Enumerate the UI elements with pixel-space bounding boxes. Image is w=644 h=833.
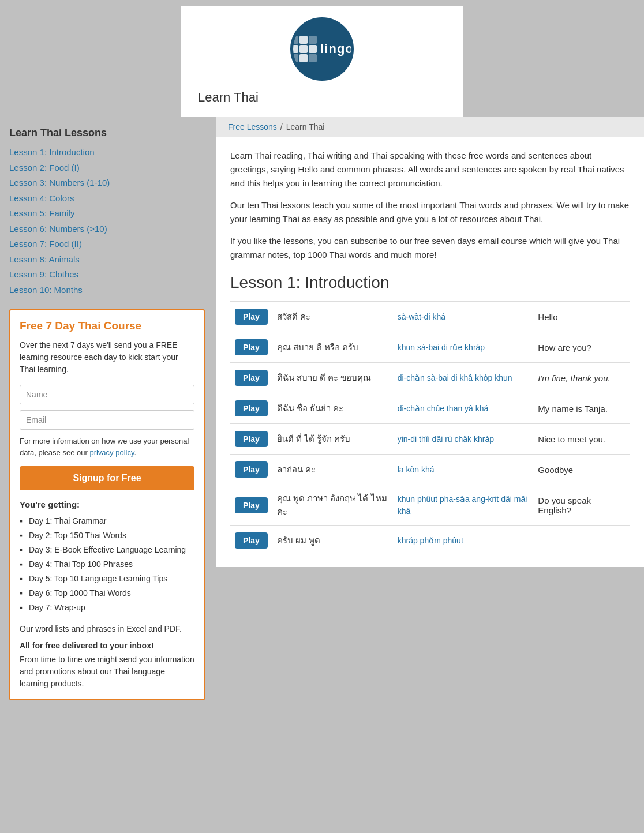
sidebar-lesson-7[interactable]: Lesson 7: Food (II)	[9, 238, 205, 251]
english-8	[533, 526, 630, 556]
english-5: Nice to meet you.	[533, 424, 630, 455]
play-button-4[interactable]: Play	[235, 400, 268, 416]
sidebar-lesson-2[interactable]: Lesson 2: Food (I)	[9, 162, 205, 175]
romanize-5: yin-di thîi dâi rú châk khráp	[393, 424, 534, 455]
sidebar-lesson-5[interactable]: Lesson 5: Family	[9, 207, 205, 220]
sidebar-lesson-1[interactable]: Lesson 1: Introduction	[9, 146, 205, 159]
lesson-heading: Lesson 1: Introduction	[230, 273, 630, 292]
play-cell-7: Play	[230, 485, 272, 526]
thai-4: ดิฉัน ชื่อ ธันย่า คะ	[272, 393, 393, 424]
main-layout: Learn Thai Lessons Lesson 1: Introductio…	[0, 117, 644, 700]
phrase-row-2: Play คุณ สบาย ดี หรือ ครับ khun sà-bai d…	[230, 332, 630, 363]
privacy-policy-link[interactable]: privacy policy	[89, 448, 134, 457]
phrase-row-4: Play ดิฉัน ชื่อ ธันย่า คะ di-chǎn chûe t…	[230, 393, 630, 424]
english-4: My name is Tanja.	[533, 393, 630, 424]
header-title: Learn Thai	[198, 90, 259, 105]
sidebar-lesson-3[interactable]: Lesson 3: Numbers (1-10)	[9, 177, 205, 190]
thai-8: ครับ ผม พูด	[272, 526, 393, 556]
phrase-row-1: Play สวัสดี คะ sà-wàt-di khá Hello	[230, 302, 630, 332]
english-2: How are you?	[533, 332, 630, 363]
intro-para-2: Our ten Thai lessons teach you some of t…	[230, 198, 630, 226]
play-button-6[interactable]: Play	[235, 461, 268, 478]
email-input[interactable]	[20, 410, 194, 430]
logo-inner: lingo	[290, 36, 354, 62]
play-button-1[interactable]: Play	[235, 309, 268, 325]
thai-3: ดิฉัน สบาย ดี คะ ขอบคุณ	[272, 363, 393, 393]
logo: lingo	[290, 17, 354, 81]
logo-text: lingo	[320, 42, 354, 57]
romanize-6: la kòn khá	[393, 455, 534, 485]
english-1: Hello	[533, 302, 630, 332]
phrase-row-5: Play ยินดี ที่ ได้ รู้จัก ครับ yin-di th…	[230, 424, 630, 455]
breadcrumb-current: Learn Thai	[286, 122, 325, 132]
sidebar-lessons: Lesson 1: Introduction Lesson 2: Food (I…	[9, 146, 205, 297]
romanize-1: sà-wàt-di khá	[393, 302, 534, 332]
play-button-2[interactable]: Play	[235, 339, 268, 355]
getting-item-5: Day 5: Top 10 Language Learning Tips	[20, 572, 194, 586]
free-course-desc: Over the next 7 days we'll send you a FR…	[20, 339, 194, 376]
english-3: I'm fine, thank you.	[533, 363, 630, 393]
play-button-7[interactable]: Play	[235, 497, 268, 513]
content-body: Learn Thai reading, Thai writing and Tha…	[216, 137, 644, 567]
sidebar-title: Learn Thai Lessons	[9, 127, 205, 139]
name-input[interactable]	[20, 385, 194, 404]
english-6: Goodbye	[533, 455, 630, 485]
play-cell-4: Play	[230, 393, 272, 424]
phrase-row-8: Play ครับ ผม พูด khráp phǒm phûut	[230, 526, 630, 556]
getting-item-3: Day 3: E-Book Effective Language Learnin…	[20, 543, 194, 557]
romanize-7: khun phûut pha-sǎa ang-krit dâi mâi khâ	[393, 485, 534, 526]
sidebar-lesson-6[interactable]: Lesson 6: Numbers (>10)	[9, 223, 205, 236]
romanize-4: di-chǎn chûe than yâ khá	[393, 393, 534, 424]
intro-para-1: Learn Thai reading, Thai writing and Tha…	[230, 149, 630, 190]
main-content: Free Lessons / Learn Thai Learn Thai rea…	[216, 117, 644, 700]
romanize-3: di-chǎn sà-bai di khâ khòp khun	[393, 363, 534, 393]
getting-item-2: Day 2: Top 150 Thai Words	[20, 528, 194, 543]
play-cell-2: Play	[230, 332, 272, 363]
romanize-2: khun sà-bai di rǔe khráp	[393, 332, 534, 363]
play-cell-1: Play	[230, 302, 272, 332]
intro-para-3: If you like the lessons, you can subscri…	[230, 234, 630, 262]
play-cell-5: Play	[230, 424, 272, 455]
getting-item-1: Day 1: Thai Grammar	[20, 514, 194, 528]
thai-5: ยินดี ที่ ได้ รู้จัก ครับ	[272, 424, 393, 455]
play-button-8[interactable]: Play	[235, 532, 268, 549]
play-cell-8: Play	[230, 526, 272, 556]
getting-list: Day 1: Thai Grammar Day 2: Top 150 Thai …	[20, 514, 194, 615]
getting-item-6: Day 6: Top 1000 Thai Words	[20, 586, 194, 601]
free-course-title: Free 7 Day Thai Course	[20, 320, 194, 332]
play-cell-6: Play	[230, 455, 272, 485]
phrase-row-6: Play ลาก่อน คะ la kòn khá Goodbye	[230, 455, 630, 485]
header: lingo Learn Thai	[0, 0, 644, 117]
sidebar-lesson-9[interactable]: Lesson 9: Clothes	[9, 268, 205, 282]
phrase-row-7: Play คุณ พูด ภาษา อังกฤษ ได้ ไหม คะ khun…	[230, 485, 630, 526]
getting-item-4: Day 4: Thai Top 100 Phrases	[20, 557, 194, 572]
phrase-table: Play สวัสดี คะ sà-wàt-di khá Hello Play …	[230, 301, 630, 556]
signup-button[interactable]: Signup for Free	[20, 466, 194, 490]
getting-title: You're getting:	[20, 500, 194, 509]
sidebar-lesson-10[interactable]: Lesson 10: Months	[9, 284, 205, 297]
thai-7: คุณ พูด ภาษา อังกฤษ ได้ ไหม คะ	[272, 485, 393, 526]
play-cell-3: Play	[230, 363, 272, 393]
header-card: lingo Learn Thai	[181, 6, 463, 117]
sidebar-lesson-8[interactable]: Lesson 8: Animals	[9, 253, 205, 267]
sidebar: Learn Thai Lessons Lesson 1: Introductio…	[0, 117, 216, 700]
phrase-row-3: Play ดิฉัน สบาย ดี คะ ขอบคุณ di-chǎn sà-…	[230, 363, 630, 393]
logo-grid-icon	[290, 36, 317, 62]
breadcrumb-separator: /	[280, 122, 283, 132]
sidebar-lesson-4[interactable]: Lesson 4: Colors	[9, 192, 205, 205]
free-course-box: Free 7 Day Thai Course Over the next 7 d…	[9, 309, 205, 700]
getting-footer-bold: All for free delivered to your inbox!	[20, 641, 194, 650]
privacy-text: For more information on how we use your …	[20, 436, 194, 458]
play-button-3[interactable]: Play	[235, 370, 268, 386]
breadcrumb: Free Lessons / Learn Thai	[216, 117, 644, 137]
thai-1: สวัสดี คะ	[272, 302, 393, 332]
getting-item-7: Day 7: Wrap-up	[20, 601, 194, 615]
thai-6: ลาก่อน คะ	[272, 455, 393, 485]
english-7: Do you speak English?	[533, 485, 630, 526]
thai-2: คุณ สบาย ดี หรือ ครับ	[272, 332, 393, 363]
breadcrumb-free-lessons[interactable]: Free Lessons	[228, 122, 277, 132]
getting-footer-sub: From time to time we might send you info…	[20, 654, 194, 690]
getting-footer: Our word lists and phrases in Excel and …	[20, 623, 194, 635]
play-button-5[interactable]: Play	[235, 431, 268, 447]
romanize-8: khráp phǒm phûut	[393, 526, 534, 556]
